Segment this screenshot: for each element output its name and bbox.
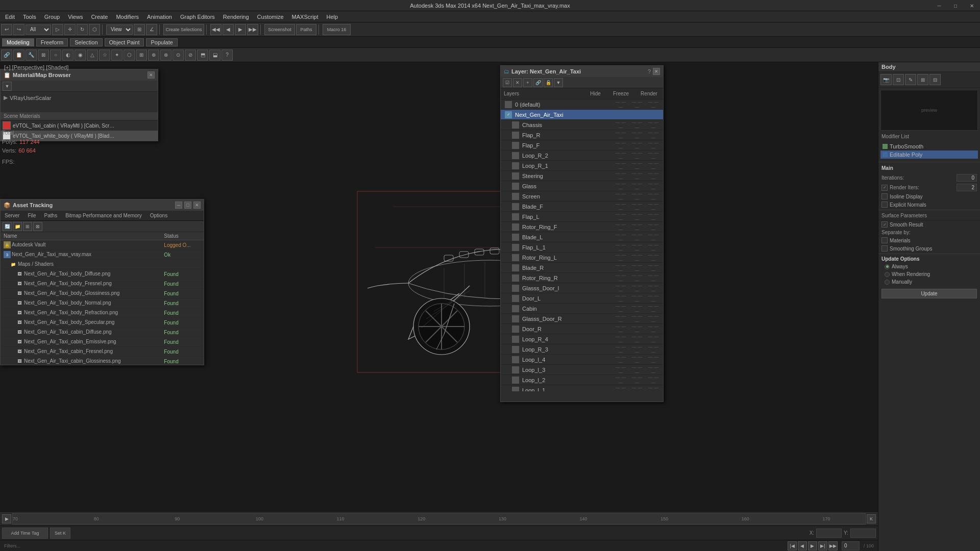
tool-12[interactable]: ⊞ [136, 49, 147, 61]
layer-action-dots-0[interactable]: — — — [613, 334, 628, 344]
layer-action-dots-0[interactable]: — — — [613, 304, 628, 314]
layer-item-23[interactable]: Loop_R_4— — —— — —— — — [501, 334, 663, 344]
lp-btn-close[interactable]: ✕ [513, 78, 522, 87]
tool-16[interactable]: ⊘ [185, 49, 196, 61]
layer-action-dots-1[interactable]: — — — [629, 232, 645, 242]
menu-item-views[interactable]: Views [64, 11, 87, 22]
layer-action-dots-1[interactable]: — — — [629, 212, 645, 222]
tool-3[interactable]: 🔧 [26, 49, 37, 61]
update-button[interactable]: Update [881, 289, 977, 298]
layer-action-dots-0[interactable]: — — — [613, 120, 628, 130]
layer-action-dots-2[interactable]: — — — [646, 222, 661, 232]
at-menu-bitmap-performance-and-memory[interactable]: Bitmap Performance and Memory [63, 213, 144, 218]
layer-action-dots-2[interactable]: — — — [646, 151, 661, 161]
rp-btn-3[interactable]: ✎ [905, 74, 916, 85]
when-rendering-radio[interactable] [885, 272, 890, 277]
snap-button[interactable]: ⊞ [134, 24, 145, 35]
tool-13[interactable]: ⊕ [148, 49, 159, 61]
layer-panel-close[interactable]: ✕ [653, 68, 660, 75]
tool-17[interactable]: ⬒ [197, 49, 208, 61]
layer-item-12[interactable]: Rotor_Ring_F— — —— — —— — — [501, 222, 663, 232]
layer-action-dots-0[interactable]: — — — [613, 110, 628, 120]
tool-1[interactable]: 🔗 [1, 49, 12, 61]
rp-btn-5[interactable]: ⊟ [929, 74, 941, 85]
layer-action-dots-1[interactable]: — — — [629, 191, 645, 202]
layer-action-dots-0[interactable]: — — — [613, 263, 628, 273]
layer-action-dots-1[interactable]: — — — [629, 293, 645, 304]
menu-item-customize[interactable]: Customize [253, 11, 288, 22]
asset-row-4[interactable]: 🖼Next_Gen_Air_Taxi_body_Fresnel.pngFound [1, 279, 204, 289]
layer-action-dots-1[interactable]: — — — [629, 120, 645, 130]
pb-play[interactable]: ▶ [808, 541, 817, 550]
lp-btn-unlink[interactable]: 🔓 [544, 78, 553, 87]
layer-item-11[interactable]: Flap_L— — —— — —— — — [501, 212, 663, 222]
layer-action-dots-2[interactable]: — — — [646, 171, 661, 181]
undo-button[interactable]: ↩ [1, 24, 12, 35]
layer-action-dots-2[interactable]: — — — [646, 253, 661, 263]
x-coord-input[interactable] [816, 529, 842, 538]
layer-action-dots-1[interactable]: — — — [629, 151, 645, 161]
asset-row-9[interactable]: 🖼Next_Gen_Air_Taxi_cabin_Diffuse.pngFoun… [1, 328, 204, 337]
layer-action-dots-1[interactable]: — — — [629, 334, 645, 344]
layer-action-dots-1[interactable]: — — — [629, 161, 645, 171]
asset-row-8[interactable]: 🖼Next_Gen_Air_Taxi_body_Specular.pngFoun… [1, 318, 204, 328]
layer-item-24[interactable]: Loop_R_3— — —— — —— — — [501, 344, 663, 355]
paths-btn[interactable]: Paths [296, 24, 316, 35]
layer-action-dots-0[interactable]: — — — [613, 222, 628, 232]
layer-action-dots-1[interactable]: — — — [629, 222, 645, 232]
menu-item-maxscript[interactable]: MAXScript [288, 11, 323, 22]
minimize-button[interactable]: ─ [931, 0, 947, 11]
tool-9[interactable]: ☆ [99, 49, 110, 61]
playback-btn2[interactable]: ◀ [223, 24, 234, 35]
redo-button[interactable]: ↪ [13, 24, 24, 35]
layer-action-dots-0[interactable]: — — — [613, 151, 628, 161]
layer-action-dots-2[interactable]: — — — [646, 232, 661, 242]
layer-action-dots-1[interactable]: — — — [629, 253, 645, 263]
asset-row-6[interactable]: 🖼Next_Gen_Air_Taxi_body_Normal.pngFound [1, 298, 204, 308]
layer-action-dots-0[interactable]: — — — [613, 385, 628, 392]
tool-11[interactable]: ⬡ [124, 49, 135, 61]
isoline-checkbox[interactable] [881, 193, 888, 199]
asset-row-1[interactable]: 3Next_Gen_Air_Taxi_max_vray.maxOk [1, 250, 204, 260]
playback-btn1[interactable]: ◀◀ [210, 24, 222, 35]
menu-item-animation[interactable]: Animation [143, 11, 176, 22]
smooth-result-checkbox[interactable]: ✓ [881, 221, 888, 228]
set-k-btn[interactable]: Set K [50, 528, 70, 539]
tool-6[interactable]: ◐ [62, 49, 74, 61]
modifier-turbosmoosh[interactable]: TurboSmooth [880, 142, 978, 151]
at-menu-paths[interactable]: Paths [42, 213, 60, 218]
material-item-2[interactable]: eVTOL_Taxi_white_body ( VRayMtl ) [Blade… [1, 131, 158, 141]
menu-item-group[interactable]: Group [40, 11, 64, 22]
layer-item-2[interactable]: Chassis— — —— — —— — — [501, 120, 663, 130]
asset-tracking-minimize[interactable]: ─ [175, 202, 182, 209]
asset-row-10[interactable]: 🖼Next_Gen_Air_Taxi_cabin_Emissive.pngFou… [1, 337, 204, 347]
at-menu-server[interactable]: Server [3, 213, 21, 218]
always-radio[interactable] [885, 264, 890, 269]
smoothing-groups-checkbox[interactable] [881, 245, 888, 252]
layer-action-dots-2[interactable]: — — — [646, 161, 661, 171]
layer-action-dots-2[interactable]: — — — [646, 202, 661, 212]
vray-user-scalar-item[interactable]: ▶ VRayUserScalar [3, 94, 156, 102]
mode-btn-populate[interactable]: Populate [146, 38, 177, 46]
current-frame-input[interactable] [842, 541, 860, 550]
menu-item-graph-editors[interactable]: Graph Editors [176, 11, 219, 22]
layer-action-dots-1[interactable]: — — — [629, 344, 645, 355]
layer-action-dots-2[interactable]: — — — [646, 324, 661, 334]
layer-action-dots-2[interactable]: — — — [646, 304, 661, 314]
angle-snap-button[interactable]: ∠ [146, 24, 157, 35]
layer-action-dots-2[interactable]: — — — [646, 99, 661, 110]
materials-checkbox[interactable] [881, 237, 888, 243]
layer-action-dots-0[interactable]: — — — [613, 293, 628, 304]
layer-item-26[interactable]: Loop_l_3— — —— — —— — — [501, 365, 663, 375]
layer-item-25[interactable]: Loop_l_4— — —— — —— — — [501, 355, 663, 365]
selection-filter-dropdown[interactable]: All [26, 24, 51, 35]
asset-row-0[interactable]: 🔒Autodesk VaultLogged O... [1, 240, 204, 250]
menu-item-tools[interactable]: Tools [19, 11, 40, 22]
layer-action-dots-2[interactable]: — — — [646, 314, 661, 324]
layer-action-dots-0[interactable]: — — — [613, 212, 628, 222]
mode-btn-object-paint[interactable]: Object Paint [105, 38, 144, 46]
layer-action-dots-0[interactable]: — — — [613, 253, 628, 263]
layer-action-dots-0[interactable]: — — — [613, 181, 628, 191]
mode-btn-selection[interactable]: Selection [70, 38, 102, 46]
layer-action-dots-1[interactable]: — — — [629, 181, 645, 191]
